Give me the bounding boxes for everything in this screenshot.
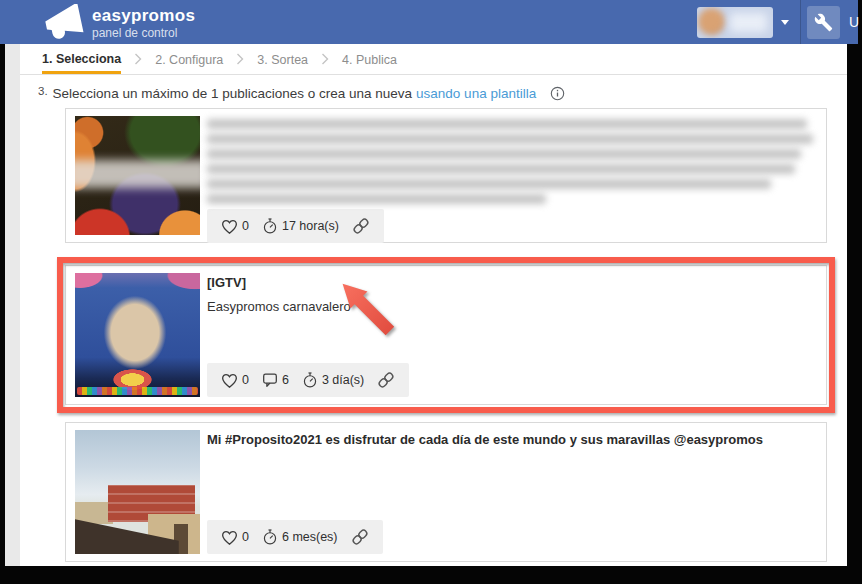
link-icon (351, 216, 371, 236)
megaphone-icon (36, 4, 84, 40)
header-divider (800, 0, 801, 44)
thumbnail-blur-band (75, 160, 200, 188)
chevron-right-icon (236, 44, 244, 74)
post-thumbnail (75, 430, 200, 554)
post-thumbnail (75, 116, 200, 235)
comment-icon (261, 371, 279, 389)
comments-stat: 6 (261, 371, 289, 389)
stopwatch-icon (261, 217, 279, 235)
instruction-text: Selecciona un máximo de 1 publicaciones … (53, 86, 412, 101)
redacted-caption (207, 116, 817, 209)
avatar (698, 8, 725, 35)
permalink-button[interactable] (376, 370, 396, 390)
post-title: [IGTV] (207, 275, 817, 290)
post-subtitle: Easypromos carnavalero (207, 299, 817, 314)
redacted-line (207, 194, 546, 204)
wrench-icon (814, 13, 833, 32)
likes-stat: 0 (220, 528, 249, 547)
age-text: 6 mes(es) (282, 530, 338, 544)
left-gutter (5, 44, 20, 566)
likes-stat: 0 (220, 217, 249, 236)
likes-count: 0 (242, 530, 249, 544)
step-tab-publica[interactable]: 4. Publica (342, 44, 397, 74)
chevron-right-icon (134, 44, 142, 74)
step-tab-sortea[interactable]: 3. Sortea (257, 44, 308, 74)
redacted-line (207, 179, 771, 189)
app-header: easypromos panel de control U (0, 0, 858, 44)
thumbnail-dock-strip (77, 387, 198, 395)
post-card-selected[interactable]: [IGTV] Easypromos carnavalero 0 6 3 día(… (65, 265, 827, 405)
user-name-redacted (730, 13, 767, 32)
post-thumbnail (75, 273, 200, 397)
chevron-right-icon (321, 44, 329, 74)
link-icon (350, 527, 370, 547)
age-stat: 6 mes(es) (261, 528, 338, 546)
redacted-line (207, 149, 801, 159)
step-label: 1. Selecciona (42, 52, 121, 66)
redacted-line (207, 134, 813, 144)
main-panel: 3.Selecciona un máximo de 1 publicacione… (20, 75, 847, 566)
link-icon (376, 370, 396, 390)
steps-bar: 1. Selecciona 2. Configura 3. Sortea 4. … (20, 44, 847, 75)
info-circle-icon[interactable] (550, 86, 565, 101)
age-stat: 17 hora(s) (261, 217, 339, 235)
redacted-line (207, 119, 807, 129)
template-link[interactable]: usando una plantilla (416, 86, 536, 101)
chevron-down-icon (781, 20, 789, 25)
likes-count: 0 (242, 219, 249, 233)
step-tab-configura[interactable]: 2. Configura (155, 44, 223, 74)
age-stat: 3 día(s) (301, 371, 364, 389)
likes-stat: 0 (220, 371, 249, 390)
screen: easypromos panel de control U 1. Selecci… (0, 0, 862, 584)
truncated-user-label: U (849, 14, 859, 30)
settings-button[interactable] (807, 6, 840, 39)
instruction-step-number: 3. (38, 85, 48, 97)
user-menu[interactable] (697, 7, 773, 38)
brand-title: easypromos (92, 6, 195, 26)
comments-count: 6 (282, 373, 289, 387)
instruction-line: 3.Selecciona un máximo de 1 publicacione… (38, 84, 565, 102)
post-title: Mi #Proposito2021 es disfrutar de cada d… (207, 432, 817, 447)
age-text: 17 hora(s) (282, 219, 339, 233)
stopwatch-icon (261, 528, 279, 546)
stats-bar: 0 6 3 día(s) (207, 363, 409, 397)
step-label: 2. Configura (155, 53, 223, 67)
brand-subtitle: panel de control (92, 26, 177, 40)
step-label: 4. Publica (342, 53, 397, 67)
age-text: 3 día(s) (322, 373, 364, 387)
heart-icon (220, 217, 239, 236)
heart-icon (220, 371, 239, 390)
post-card[interactable]: 0 17 hora(s) (65, 108, 827, 243)
post-card[interactable]: Mi #Proposito2021 es disfrutar de cada d… (65, 422, 827, 562)
heart-icon (220, 528, 239, 547)
likes-count: 0 (242, 373, 249, 387)
step-label: 3. Sortea (257, 53, 308, 67)
permalink-button[interactable] (351, 216, 371, 236)
redacted-line (207, 164, 795, 174)
stats-bar: 0 6 mes(es) (207, 520, 383, 554)
permalink-button[interactable] (350, 527, 370, 547)
stats-bar: 0 17 hora(s) (207, 209, 384, 243)
stopwatch-icon (301, 371, 319, 389)
step-tab-selecciona[interactable]: 1. Selecciona (42, 44, 121, 74)
